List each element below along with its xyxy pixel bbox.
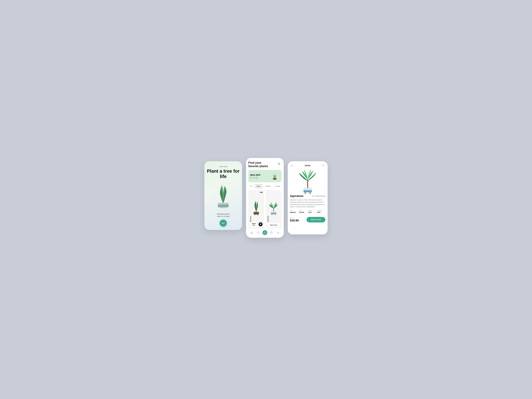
price-cart-row: Price $39.99 Add to Cart [290, 217, 325, 222]
rating-value: 4.8 [314, 195, 316, 197]
filter-tabs: All Indoor Outdoor Popular [248, 184, 282, 188]
search-button[interactable] [277, 161, 282, 166]
promo-banner: 30% OFF 02 – 23 July [248, 170, 282, 182]
ageratum-cart-row: Add to Cart [267, 223, 280, 227]
svg-point-24 [278, 232, 279, 233]
product-grid: $39 [248, 190, 282, 228]
browse-header: Find yourfavorite plants [248, 161, 282, 168]
svg-line-5 [280, 164, 280, 165]
rating-reviews: (268 Reviews) [316, 195, 325, 197]
svg-rect-18 [272, 214, 272, 215]
monstera-image [250, 194, 263, 221]
shop-icon [264, 231, 266, 234]
monstera-add-cart-button[interactable]: Add to Cart [250, 222, 258, 227]
svg-rect-28 [304, 193, 306, 194]
nav-profile[interactable] [276, 230, 281, 235]
svg-rect-17 [271, 213, 276, 214]
detail-info: Ageratum ★ 4.8 (268 Reviews) Ageratum is… [288, 194, 328, 234]
detail-header: Details [288, 161, 328, 168]
spec-height: Height 12.6" [308, 210, 316, 213]
promo-date: 02 – 23 July [250, 177, 260, 178]
svg-rect-3 [218, 205, 228, 207]
monstera-cart-row: Add to Cart [250, 222, 263, 227]
heart-icon [260, 223, 261, 225]
detail-name-row: Ageratum ★ 4.8 (268 Reviews) [290, 194, 325, 198]
delivery-text: Worldwide deliverywithin 10–15 days [217, 213, 230, 218]
browse-title: Find yourfavorite plants [248, 161, 268, 168]
monstera-price: $39 [250, 191, 263, 193]
svg-rect-29 [310, 193, 311, 194]
user-icon [277, 231, 279, 234]
search-icon [278, 163, 280, 165]
promo-discount: 30% OFF [250, 174, 260, 177]
nav-bag[interactable] [269, 230, 274, 235]
filter-indoor[interactable]: Indoor [254, 184, 263, 188]
detail-add-to-cart-button[interactable]: Add to Cart [307, 217, 325, 222]
read-more-link[interactable]: Read More [307, 206, 315, 208]
svg-rect-13 [254, 215, 255, 215]
detail-favorite-button[interactable] [321, 164, 325, 168]
screens-container: Planto.Shop Plant a tree for life [204, 161, 328, 238]
plant-description: Ageratum is a genus of 40 to 60 tropical… [290, 199, 325, 208]
hero-title: Plant a tree for life [207, 168, 240, 179]
splash-plant-svg [212, 183, 234, 211]
filter-all[interactable]: All [248, 184, 253, 188]
filter-outdoor[interactable]: Outdoor [264, 184, 273, 188]
svg-rect-23 [264, 232, 266, 234]
price-section: Price $39.99 [290, 217, 299, 222]
screen-detail: Details [288, 161, 328, 234]
specs-grid: Size Medium Plant Orchid Height 12.6" Hu… [290, 210, 325, 215]
product-card-ageratum: Ageratum Add to Cart [266, 190, 282, 228]
heart-detail-icon [322, 165, 324, 167]
star-icon: ★ [311, 195, 313, 197]
ageratum-image [267, 192, 280, 222]
bag-icon [270, 231, 273, 234]
spec-humidity: Humidity 82% [317, 210, 325, 213]
svg-rect-7 [273, 178, 277, 179]
plant-name: Ageratum [290, 194, 303, 198]
detail-page-title: Details [305, 165, 310, 167]
back-button[interactable] [290, 164, 294, 168]
browse-content: Find yourfavorite plants 30% OFF 02 – 23… [246, 158, 284, 228]
svg-rect-14 [257, 215, 258, 215]
screen-splash: Planto.Shop Plant a tree for life [204, 161, 242, 230]
rating-row: ★ 4.8 (268 Reviews) [311, 195, 325, 197]
nav-favorites[interactable] [256, 230, 261, 235]
splash-plant-area [207, 181, 240, 213]
monstera-name-vertical: Monstera [250, 216, 251, 222]
price-value: $39.99 [290, 219, 299, 222]
bottom-nav [246, 228, 284, 238]
nav-home[interactable] [249, 230, 254, 235]
monstera-heart-button[interactable] [259, 222, 263, 226]
nav-shop[interactable] [262, 230, 267, 235]
price-label: Price [290, 217, 299, 219]
detail-deco-circle [302, 170, 324, 192]
promo-text: 30% OFF 02 – 23 July [250, 174, 260, 178]
promo-plant-img [270, 172, 280, 181]
ageratum-name-vertical: Ageratum [267, 216, 269, 222]
back-arrow-icon [291, 165, 293, 166]
svg-point-4 [279, 163, 280, 164]
ageratum-add-cart-button[interactable]: Add to Cart [267, 223, 280, 227]
home-icon [250, 231, 253, 234]
spec-size: Size Medium [290, 210, 298, 213]
go-button[interactable]: GO [220, 220, 227, 227]
screen-browse: Find yourfavorite plants 30% OFF 02 – 23… [246, 158, 284, 238]
spec-plant: Plant Orchid [299, 210, 307, 213]
heart-nav-icon [257, 231, 260, 234]
brand-name: Planto.Shop [219, 166, 227, 167]
svg-rect-19 [275, 214, 276, 215]
detail-plant-image-area [288, 168, 328, 194]
filter-popular[interactable]: Popular [273, 184, 282, 188]
product-card-monstera: $39 [248, 190, 264, 228]
